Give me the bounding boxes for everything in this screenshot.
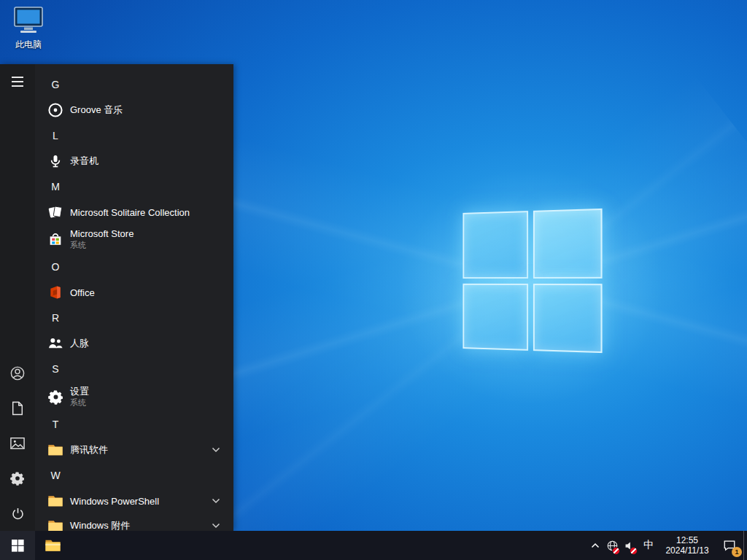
app-item-people[interactable]: 人脉 bbox=[35, 331, 233, 356]
muted-badge bbox=[630, 547, 638, 555]
letter-header-m[interactable]: M bbox=[35, 174, 233, 200]
letter-header-r[interactable]: R bbox=[35, 305, 233, 331]
pictures-icon[interactable] bbox=[0, 426, 35, 461]
microphone-icon bbox=[47, 152, 64, 170]
action-center-button[interactable]: 1 bbox=[716, 531, 743, 560]
ime-indicator[interactable]: 中 bbox=[638, 531, 659, 560]
letter-header-l[interactable]: L bbox=[35, 122, 233, 149]
store-icon bbox=[47, 230, 64, 248]
app-item-solitaire[interactable]: Microsoft Solitaire Collection bbox=[35, 200, 233, 225]
clock-time: 12:55 bbox=[676, 535, 698, 545]
letter-header-o[interactable]: O bbox=[35, 254, 233, 280]
tray-overflow-button[interactable] bbox=[587, 531, 603, 560]
file-explorer-button[interactable] bbox=[35, 531, 70, 560]
letter-header-g[interactable]: G bbox=[35, 71, 233, 98]
logo-pane-bottom-right bbox=[533, 284, 602, 354]
folder-icon bbox=[47, 441, 64, 459]
gear-icon bbox=[47, 388, 64, 405]
show-desktop-button[interactable] bbox=[743, 531, 747, 560]
logo-pane-top-right bbox=[533, 209, 602, 279]
folder-item-windows-powershell[interactable]: Windows PowerShell bbox=[35, 489, 233, 513]
hamburger-icon[interactable] bbox=[0, 64, 35, 99]
desktop-icon-this-pc[interactable]: 此电脑 bbox=[7, 6, 50, 51]
office-icon bbox=[47, 284, 64, 301]
chevron-down-icon[interactable] bbox=[212, 498, 220, 504]
windows-logo-wallpaper bbox=[462, 209, 602, 353]
volume-button[interactable] bbox=[621, 531, 638, 560]
system-tray: 中 12:55 2024/11/13 1 bbox=[587, 531, 747, 560]
app-item-voice-recorder[interactable]: 录音机 bbox=[35, 149, 233, 174]
user-icon[interactable] bbox=[0, 356, 35, 391]
people-icon bbox=[47, 335, 64, 352]
letter-header-t[interactable]: T bbox=[35, 411, 233, 438]
chevron-down-icon[interactable] bbox=[212, 523, 220, 529]
desktop-icon-label: 此电脑 bbox=[7, 39, 50, 51]
clock-date: 2024/11/13 bbox=[665, 545, 708, 556]
notification-count-badge: 1 bbox=[732, 547, 742, 557]
start-menu-app-list: G Groove 音乐 L 录音机 bbox=[35, 64, 233, 531]
start-button[interactable] bbox=[0, 531, 35, 560]
this-pc-icon bbox=[12, 6, 44, 35]
chevron-down-icon[interactable] bbox=[212, 447, 220, 453]
folder-item-tencent[interactable]: 腾讯软件 bbox=[35, 438, 233, 462]
no-internet-badge bbox=[612, 547, 620, 555]
power-icon[interactable] bbox=[0, 496, 35, 531]
letter-header-s[interactable]: S bbox=[35, 356, 233, 382]
logo-pane-top-left bbox=[462, 211, 527, 278]
folder-item-windows-accessories[interactable]: Windows 附件 bbox=[35, 513, 233, 531]
logo-pane-bottom-left bbox=[462, 283, 527, 350]
app-item-office[interactable]: Office bbox=[35, 280, 233, 305]
folder-icon bbox=[47, 492, 64, 510]
cards-icon bbox=[47, 203, 64, 221]
app-item-microsoft-store[interactable]: Microsoft Store 系统 bbox=[35, 225, 233, 254]
app-item-settings[interactable]: 设置 系统 bbox=[35, 382, 233, 411]
folder-icon bbox=[47, 517, 64, 531]
chevron-up-icon bbox=[591, 542, 600, 548]
taskbar: 中 12:55 2024/11/13 1 bbox=[0, 531, 747, 560]
gear-icon[interactable] bbox=[0, 461, 35, 496]
start-menu: G Groove 音乐 L 录音机 bbox=[0, 64, 233, 531]
document-icon[interactable] bbox=[0, 391, 35, 426]
clock[interactable]: 12:55 2024/11/13 bbox=[659, 531, 716, 560]
app-item-groove-music[interactable]: Groove 音乐 bbox=[35, 98, 233, 122]
groove-icon bbox=[47, 101, 64, 119]
start-menu-rail bbox=[0, 64, 35, 531]
folder-icon bbox=[44, 538, 61, 553]
windows-logo-icon bbox=[12, 540, 24, 552]
network-status-button[interactable] bbox=[603, 531, 621, 560]
letter-header-w[interactable]: W bbox=[35, 462, 233, 489]
